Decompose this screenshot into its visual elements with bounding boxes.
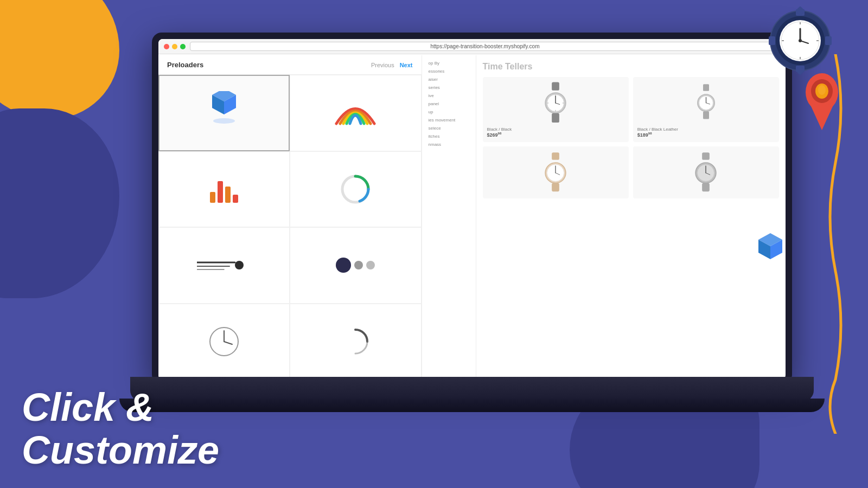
preloader-cell-barchart[interactable] xyxy=(158,151,290,228)
sidebar-item-10: itches xyxy=(426,133,471,140)
sidebar-item-8: ies movement xyxy=(426,117,471,124)
preloader-cell-spincircle[interactable] xyxy=(290,151,421,228)
svg-rect-45 xyxy=(703,84,709,91)
product-card-3 xyxy=(483,146,629,198)
laptop-screen: https://page-transition-booster.myshopif… xyxy=(158,39,786,373)
tagline-line2: Customize xyxy=(22,429,219,472)
preloaders-panel: Preloaders Previous Next xyxy=(158,55,422,373)
sidebar-item-2: essories xyxy=(426,68,471,75)
close-dot xyxy=(164,44,169,49)
svg-rect-4 xyxy=(769,36,775,45)
shopify-layout: op By essories aiser series ive panel up… xyxy=(422,55,786,373)
svg-rect-57 xyxy=(703,152,710,160)
shopify-sidebar: op By essories aiser series ive panel up… xyxy=(422,55,476,373)
sidebar-item-9: selece xyxy=(426,125,471,132)
laptop-base xyxy=(130,377,814,401)
shopify-main: Time Tellers xyxy=(476,55,786,373)
tagline-line1: Click & xyxy=(22,386,219,429)
dot-loader-icon xyxy=(336,258,375,273)
product-image-4 xyxy=(637,151,775,194)
watch-icon-2 xyxy=(691,83,721,124)
product-label-2: Black / Black Leather xyxy=(637,127,775,132)
bg-blob-orange-top-left xyxy=(0,0,119,119)
bg-blob-blue-left xyxy=(0,108,119,298)
svg-rect-62 xyxy=(703,183,710,191)
sidebar-item-3: aiser xyxy=(426,76,471,83)
gear-clock-icon xyxy=(765,5,835,76)
arc-spin-icon xyxy=(339,325,372,358)
product-grid: Black / Black $26998 xyxy=(483,77,779,198)
preloaders-header: Preloaders Previous Next xyxy=(158,55,422,75)
preloaders-title: Preloaders xyxy=(167,61,203,69)
nav-next[interactable]: Next xyxy=(400,62,413,68)
product-image-2 xyxy=(637,81,775,125)
preloader-cell-dotpulse[interactable] xyxy=(290,227,421,304)
preloader-cell-cube[interactable] xyxy=(158,75,290,151)
preloader-cell-speedlines[interactable] xyxy=(158,227,290,304)
floating-blue-cube xyxy=(751,233,789,271)
product-label-1: Black / Black xyxy=(487,127,624,132)
bottom-tagline: Click & Customize xyxy=(22,386,219,472)
maximize-dot xyxy=(180,44,186,49)
product-price-2: $18998 xyxy=(637,132,775,138)
watch-icon-1 xyxy=(539,81,572,125)
clock-loader-icon xyxy=(208,325,240,358)
rainbow-icon xyxy=(334,97,377,129)
browser-dots xyxy=(164,44,186,49)
svg-point-31 xyxy=(235,261,244,269)
svg-point-26 xyxy=(213,118,235,124)
svg-rect-5 xyxy=(825,36,832,45)
svg-point-14 xyxy=(799,39,802,42)
browser-url-bar[interactable]: https://page-transition-booster.myshopif… xyxy=(190,42,780,51)
sidebar-item-11: nmass xyxy=(426,141,471,148)
svg-rect-51 xyxy=(552,152,559,160)
laptop-body: https://page-transition-booster.myshopif… xyxy=(152,33,792,380)
cube-3d-icon xyxy=(202,91,246,134)
preloader-cell-rainbow[interactable] xyxy=(290,75,421,151)
sidebar-item-7: up xyxy=(426,108,471,115)
sidebar-item-5: ive xyxy=(426,92,471,99)
preloaders-grid xyxy=(158,75,422,373)
laptop-base-bottom xyxy=(119,399,825,412)
watch-icon-3 xyxy=(539,151,572,194)
sidebar-item-6: panel xyxy=(426,100,471,107)
minimize-dot xyxy=(172,44,177,49)
svg-rect-50 xyxy=(703,111,709,119)
shopify-store-title: Time Tellers xyxy=(483,62,779,72)
product-card-1: Black / Black $26998 xyxy=(483,77,629,142)
spin-circle-icon xyxy=(339,173,372,206)
rocket-location-icon xyxy=(800,70,844,125)
svg-rect-56 xyxy=(552,183,559,191)
shopify-panel: op By essories aiser series ive panel up… xyxy=(422,55,786,373)
svg-line-34 xyxy=(224,342,232,344)
product-card-4 xyxy=(633,146,779,198)
nav-previous[interactable]: Previous xyxy=(371,62,394,68)
sidebar-item-1: op By xyxy=(426,60,471,67)
watch-icon-4 xyxy=(690,151,722,194)
preloader-cell-clock[interactable] xyxy=(158,304,290,374)
preloaders-nav: Previous Next xyxy=(371,62,413,68)
svg-rect-40 xyxy=(552,113,559,123)
laptop-wrapper: https://page-transition-booster.myshopif… xyxy=(152,33,792,412)
product-image-1 xyxy=(487,81,624,125)
product-price-1: $26998 xyxy=(487,132,624,138)
product-image-3 xyxy=(487,151,624,194)
bar-chart-loader-icon xyxy=(210,176,238,203)
product-card-2: Black / Black Leather $18998 xyxy=(633,77,779,142)
svg-rect-35 xyxy=(552,82,559,90)
preloader-cell-arcspin[interactable] xyxy=(290,304,421,374)
svg-point-22 xyxy=(818,85,826,95)
speed-lines-icon xyxy=(197,254,251,276)
sidebar-item-4: series xyxy=(426,84,471,91)
